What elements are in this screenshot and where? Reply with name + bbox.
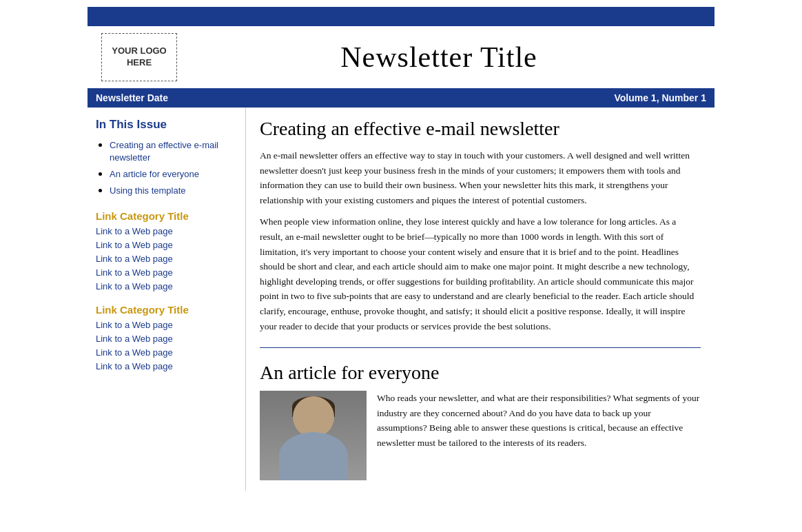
person-silhouette [260,391,367,480]
newsletter-date: Newsletter Date [96,92,168,103]
article-image [260,391,367,480]
article-1-para-2: When people view information online, the… [260,214,701,334]
date-bar: Newsletter Date Volume 1, Number 1 [88,88,714,108]
article-1-para-1: An e-mail newsletter offers an effective… [260,148,701,207]
sidebar: In This Issue Creating an effective e-ma… [88,108,246,491]
in-this-issue-title: In This Issue [96,118,237,132]
list-item: Creating an effective e-mail newsletter [110,139,237,163]
link-category-title-1: Link Category Title [96,210,237,222]
sidebar-link[interactable]: Link to a Web page [96,334,237,344]
sidebar-link[interactable]: Link to a Web page [96,240,237,250]
issue-link-3[interactable]: Using this template [110,185,186,196]
main-content: Creating an effective e-mail newsletter … [246,108,714,491]
top-bar [88,7,714,26]
header: YOUR LOGO HERE Newsletter Title [88,26,714,88]
issue-list: Creating an effective e-mail newsletter … [96,139,237,196]
article-2-text: Who reads your newsletter, and what are … [377,391,701,480]
issue-link-2[interactable]: An article for everyone [110,169,199,179]
person-body [279,432,348,480]
link-category-title-2: Link Category Title [96,304,237,316]
logo-placeholder: YOUR LOGO HERE [101,33,177,81]
person-head [293,396,334,438]
article-2-body: Who reads your newsletter, and what are … [260,391,701,480]
issue-link-1[interactable]: Creating an effective e-mail newsletter [110,140,218,163]
volume-number: Volume 1, Number 1 [614,92,706,103]
sidebar-link[interactable]: Link to a Web page [96,281,237,291]
article-divider [260,347,701,348]
sidebar-link[interactable]: Link to a Web page [96,226,237,236]
sidebar-link[interactable]: Link to a Web page [96,361,237,371]
newsletter-title: Newsletter Title [177,41,701,74]
article-1-title: Creating an effective e-mail newsletter [260,118,701,140]
sidebar-link[interactable]: Link to a Web page [96,347,237,358]
content-area: In This Issue Creating an effective e-ma… [88,108,714,491]
sidebar-link[interactable]: Link to a Web page [96,254,237,264]
list-item: An article for everyone [110,167,237,180]
sidebar-link[interactable]: Link to a Web page [96,320,237,330]
article-2-title: An article for everyone [260,362,701,384]
list-item: Using this template [110,184,237,196]
sidebar-link[interactable]: Link to a Web page [96,267,237,278]
